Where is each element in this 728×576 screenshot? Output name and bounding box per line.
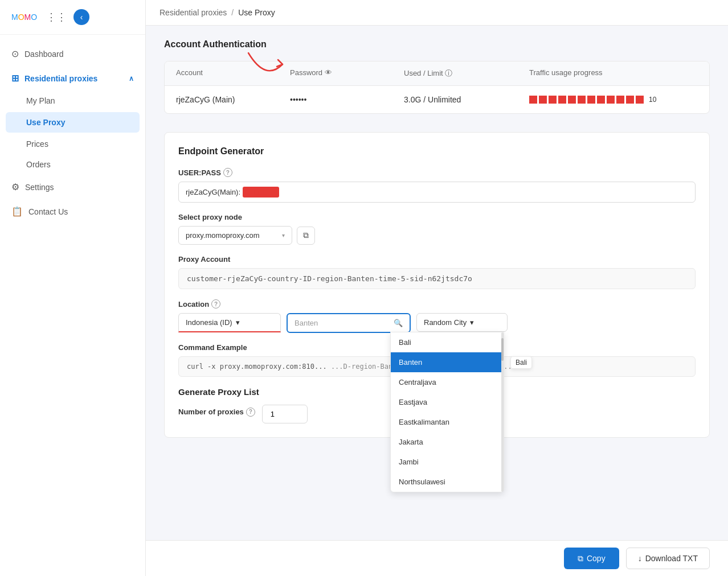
region-search-input[interactable] bbox=[295, 319, 390, 327]
topbar: Residential proxies / Use Proxy bbox=[146, 0, 728, 26]
settings-icon: ⚙ bbox=[11, 182, 19, 192]
dropdown-item-bali[interactable]: Bali bbox=[391, 332, 504, 352]
country-value: Indonesia (ID) bbox=[186, 318, 232, 327]
country-select[interactable]: Indonesia (ID) ▾ bbox=[178, 313, 281, 332]
traffic-seg-11 bbox=[626, 96, 634, 104]
city-value: Random City bbox=[424, 318, 467, 327]
breadcrumb-current: Use Proxy bbox=[238, 8, 275, 17]
contact-icon: 📋 bbox=[11, 206, 23, 217]
download-label: Download TXT bbox=[645, 554, 698, 563]
city-chevron-down-icon: ▾ bbox=[470, 318, 474, 327]
dropdown-item-eastjava[interactable]: Eastjava bbox=[391, 392, 504, 412]
proxy-node-label: Select proxy node bbox=[178, 213, 696, 221]
scrollbar-thumb bbox=[501, 338, 504, 361]
orders-label: Orders bbox=[26, 160, 51, 169]
sidebar-item-orders[interactable]: Orders bbox=[0, 154, 145, 175]
sidebar-item-settings[interactable]: ⚙ Settings bbox=[0, 175, 145, 199]
location-help-icon[interactable]: ? bbox=[211, 299, 220, 308]
table-header: Account Password 👁 Used / Limit ⓘ Traffi… bbox=[165, 61, 709, 86]
proxy-node-field: Select proxy node proxy.momoproxy.com ▾ … bbox=[178, 213, 696, 245]
dropdown-item-jakarta[interactable]: Jakarta bbox=[391, 432, 504, 452]
endpoint-generator-section: Endpoint Generator USER:PASS ? rjeZaCyG(… bbox=[164, 132, 710, 438]
use-proxy-label: Use Proxy bbox=[26, 118, 65, 127]
dropdown-item-jambi[interactable]: Jambi bbox=[391, 452, 504, 472]
sidebar-item-use-proxy[interactable]: Use Proxy bbox=[6, 112, 140, 133]
region-dropdown: Bali Banten Bali Centraljava Eastjava Ea… bbox=[390, 332, 504, 492]
sidebar-item-my-plan[interactable]: My Plan bbox=[0, 90, 145, 111]
sidebar-item-label: Dashboard bbox=[24, 50, 64, 59]
sidebar-item-residential-proxies[interactable]: ⊞ Residential proxies ∧ bbox=[0, 66, 145, 90]
sidebar: MOMO ⋮⋮ ‹ ⊙ Dashboard ⊞ Residential prox… bbox=[0, 0, 146, 576]
user-pass-label: USER:PASS ? bbox=[178, 168, 696, 177]
sidebar-item-prices[interactable]: Prices bbox=[0, 134, 145, 154]
sidebar-logo: MOMO ⋮⋮ ‹ bbox=[0, 0, 145, 35]
dropdown-item-eastkalimantan[interactable]: Eastkalimantan bbox=[391, 412, 504, 432]
number-of-proxies-label: Number of proxies ? bbox=[178, 408, 255, 417]
used-limit-value: 3.0G / Unlimited bbox=[404, 95, 529, 104]
sidebar-item-contact-us[interactable]: 📋 Contact Us bbox=[0, 199, 145, 224]
traffic-seg-9 bbox=[607, 96, 615, 104]
dashboard-icon: ⊙ bbox=[11, 48, 19, 59]
download-button[interactable]: ↓ Download TXT bbox=[626, 548, 710, 569]
chevron-up-icon: ∧ bbox=[129, 75, 134, 83]
main-content: Residential proxies / Use Proxy Account … bbox=[146, 0, 728, 576]
dropdown-item-banten[interactable]: Banten Bali bbox=[391, 352, 504, 372]
traffic-seg-10 bbox=[616, 96, 624, 104]
col-account: Account bbox=[176, 68, 290, 79]
breadcrumb-parent[interactable]: Residential proxies bbox=[159, 8, 227, 17]
action-bar: ⧉ Copy ↓ Download TXT bbox=[146, 540, 728, 576]
logo: MOMO bbox=[11, 13, 37, 22]
my-plan-label: My Plan bbox=[26, 96, 55, 105]
residential-proxies-icon: ⊞ bbox=[11, 73, 19, 84]
table-row: rjeZaCyG (Main) •••••• 3.0G / Unlimited bbox=[165, 86, 709, 113]
number-of-proxies-input[interactable] bbox=[262, 405, 308, 423]
back-button[interactable]: ‹ bbox=[73, 9, 89, 25]
dropdown-item-northsulawesi[interactable]: Northsulawesi bbox=[391, 472, 504, 492]
proxy-node-value: proxy.momoproxy.com bbox=[186, 231, 260, 240]
col-traffic: Traffic usage progress bbox=[529, 68, 698, 79]
copy-node-icon: ⧉ bbox=[303, 231, 309, 240]
search-icon: 🔍 bbox=[394, 319, 403, 327]
proxy-account-value: customer-rjeZaCyG-country-ID-region-Bant… bbox=[178, 268, 696, 289]
proxy-node-select-row: proxy.momoproxy.com ▾ ⧉ bbox=[178, 226, 696, 245]
account-auth-title: Account Authentication bbox=[164, 39, 710, 50]
password-redacted: ■■■ bbox=[243, 187, 279, 198]
country-chevron-down-icon: ▾ bbox=[236, 318, 240, 327]
traffic-seg-4 bbox=[558, 96, 566, 104]
proxy-node-select[interactable]: proxy.momoproxy.com ▾ bbox=[178, 226, 292, 245]
scrollbar bbox=[501, 332, 504, 492]
copy-button[interactable]: ⧉ Copy bbox=[564, 548, 619, 569]
user-pass-help-icon[interactable]: ? bbox=[223, 168, 232, 177]
apps-grid-icon[interactable]: ⋮⋮ bbox=[46, 11, 67, 23]
traffic-seg-6 bbox=[578, 96, 586, 104]
traffic-bar: 10 bbox=[529, 96, 698, 104]
user-pass-field: USER:PASS ? rjeZaCyG(Main): ■■■ bbox=[178, 168, 696, 203]
col-password: Password 👁 bbox=[290, 68, 404, 79]
breadcrumb-separator: / bbox=[231, 8, 234, 17]
sidebar-item-label: Residential proxies bbox=[24, 74, 97, 83]
copy-icon: ⧉ bbox=[578, 554, 583, 563]
traffic-seg-1 bbox=[529, 96, 537, 104]
region-search[interactable]: 🔍 Bali Banten Bali Centraljava Eastjava … bbox=[287, 313, 411, 333]
traffic-seg-3 bbox=[549, 96, 557, 104]
contact-us-label: Contact Us bbox=[28, 207, 68, 216]
copy-label: Copy bbox=[587, 554, 606, 563]
dropdown-item-centraljava[interactable]: Centraljava bbox=[391, 372, 504, 392]
chevron-down-icon: ▾ bbox=[282, 232, 285, 238]
proxies-help-icon[interactable]: ? bbox=[246, 408, 255, 417]
account-auth-table: Account Password 👁 Used / Limit ⓘ Traffi… bbox=[164, 61, 710, 114]
proxy-account-field: Proxy Account customer-rjeZaCyG-country-… bbox=[178, 255, 696, 289]
endpoint-generator-title: Endpoint Generator bbox=[178, 146, 696, 157]
settings-label: Settings bbox=[25, 183, 54, 192]
sidebar-item-dashboard[interactable]: ⊙ Dashboard bbox=[0, 42, 145, 66]
copy-node-button[interactable]: ⧉ bbox=[297, 227, 315, 245]
location-selects-row: Indonesia (ID) ▾ 🔍 Bali Banten Bali bbox=[178, 313, 696, 333]
location-label: Location ? bbox=[178, 299, 696, 308]
traffic-seg-5 bbox=[568, 96, 576, 104]
traffic-seg-2 bbox=[539, 96, 547, 104]
password-value: •••••• bbox=[290, 95, 404, 104]
proxy-account-label: Proxy Account bbox=[178, 255, 696, 264]
user-pass-input[interactable]: rjeZaCyG(Main): ■■■ bbox=[178, 182, 696, 203]
location-field: Location ? Indonesia (ID) ▾ 🔍 bbox=[178, 299, 696, 333]
city-select[interactable]: Random City ▾ bbox=[416, 313, 508, 332]
